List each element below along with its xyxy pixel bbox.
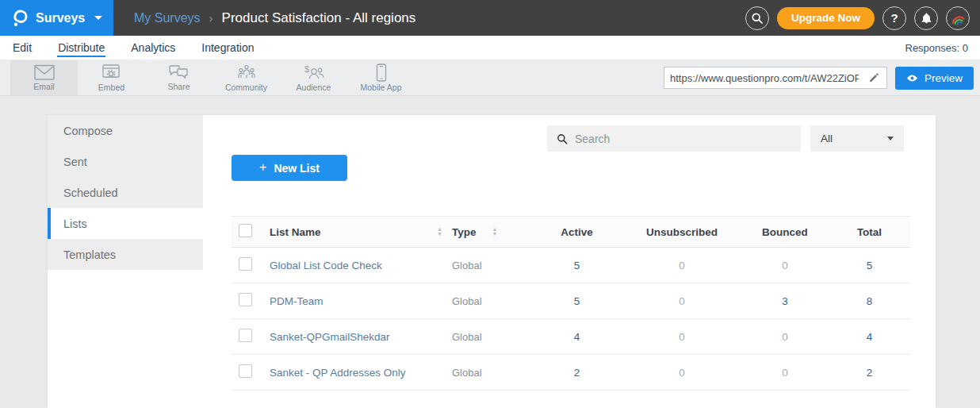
table-row: Sanket - QP Addresses Only Global 2 0 0 … (232, 355, 910, 391)
share-icon (169, 64, 189, 81)
toolbar-right-group: Preview (664, 60, 980, 95)
col-header-bounced: Bounced (741, 226, 829, 238)
sort-icon[interactable]: ▲▼ (437, 227, 442, 237)
filter-selected-value: All (821, 133, 833, 144)
sidebar-item-label: Scheduled (63, 187, 118, 199)
list-name-link[interactable]: Sanket - QP Addresses Only (270, 367, 406, 379)
list-name-link[interactable]: Sanket-QPGmailShekdar (270, 331, 390, 343)
sidebar-item-label: Compose (63, 125, 113, 137)
active-count[interactable]: 5 (531, 295, 622, 307)
toolbar-item-email[interactable]: Email (10, 60, 78, 95)
row-checkbox[interactable] (239, 257, 252, 271)
unsubscribed-count: 0 (622, 331, 741, 343)
toolbar-item-share[interactable]: Share (145, 60, 212, 95)
search-box (547, 125, 801, 152)
list-name-link[interactable]: PDM-Team (270, 295, 323, 307)
toolbar-item-label: Embed (98, 83, 124, 92)
total-count[interactable]: 8 (829, 295, 910, 307)
nav-tab[interactable]: Edit (12, 38, 33, 57)
nav-tab[interactable]: Distribute (57, 38, 105, 57)
embed-icon (102, 64, 121, 82)
sidebar-item-label: Sent (63, 156, 87, 168)
avatar-logo-icon (948, 9, 967, 28)
table-header-row: List Name ▲▼ Type ▲▼ Active Unsubscribed… (232, 216, 910, 248)
sidebar-item[interactable]: Scheduled (48, 177, 203, 208)
search-icon (557, 133, 568, 144)
sidebar-item-label: Templates (63, 248, 116, 261)
new-list-button[interactable]: + New List (232, 155, 347, 181)
nav-tab[interactable]: Analytics (130, 38, 176, 57)
select-all-checkbox[interactable] (239, 224, 252, 237)
breadcrumb-separator: › (209, 11, 213, 25)
unsubscribed-count: 0 (622, 260, 741, 271)
list-type-value: Global (452, 295, 482, 307)
nav-tab[interactable]: Integration (201, 38, 255, 57)
toolbar-item-mobile-app[interactable]: Mobile App (347, 60, 415, 95)
sidebar-item[interactable]: Compose (48, 115, 203, 146)
notifications-bell-button[interactable] (914, 6, 938, 30)
preview-button[interactable]: Preview (895, 67, 974, 90)
col-header-unsubscribed: Unsubscribed (622, 226, 741, 238)
plus-icon: + (259, 160, 266, 175)
col-header-total: Total (829, 226, 910, 238)
lists-main: All + New List List Name (203, 115, 936, 408)
survey-url-input[interactable] (664, 72, 864, 84)
mobile-app-icon (376, 64, 387, 82)
row-checkbox[interactable] (239, 293, 252, 306)
table-row: PDM-Team Global 5 0 3 8 (232, 283, 910, 319)
total-count[interactable]: 2 (829, 367, 910, 379)
bounced-count: 0 (741, 367, 829, 379)
col-header-type[interactable]: Type (452, 226, 477, 238)
list-name-link[interactable]: Global List Code Check (270, 260, 382, 271)
survey-url-field (664, 67, 887, 89)
row-checkbox[interactable] (239, 364, 252, 378)
total-count[interactable]: 5 (829, 260, 910, 271)
sidebar-item[interactable]: Lists (48, 208, 203, 239)
active-count[interactable]: 4 (531, 331, 622, 343)
eye-icon (906, 74, 918, 83)
questionpro-logo-icon (12, 9, 29, 27)
toolbar-item-community[interactable]: Community (212, 60, 280, 95)
col-header-list-name[interactable]: List Name (270, 226, 321, 238)
table-row: Sanket-QPGmailShekdar Global 4 0 0 4 (232, 319, 910, 355)
toolbar-item-embed[interactable]: Embed (78, 60, 145, 95)
header-actions: Upgrade Now ? (745, 6, 980, 30)
edit-url-pencil-icon[interactable] (864, 73, 883, 83)
sidebar-item-label: Lists (63, 217, 87, 230)
breadcrumb-my-surveys-link[interactable]: My Surveys (134, 11, 201, 25)
content-area: Compose Sent Scheduled Lists (0, 96, 980, 408)
email-lists-table: List Name ▲▼ Type ▲▼ Active Unsubscribed… (232, 216, 910, 391)
sidebar-item[interactable]: Templates (48, 239, 203, 270)
email-icon (34, 64, 55, 81)
total-count[interactable]: 4 (829, 331, 910, 343)
list-type-value: Global (452, 367, 482, 379)
surveys-product-menu[interactable]: Surveys (0, 0, 113, 36)
sidebar-item[interactable]: Sent (48, 146, 203, 177)
app-window: Surveys My Surveys › Product Satisfactio… (0, 0, 980, 408)
help-button[interactable]: ? (882, 6, 906, 30)
unsubscribed-count: 0 (622, 295, 741, 307)
email-lists-panel: Compose Sent Scheduled Lists (48, 115, 936, 408)
toolbar-item-label: Community (225, 83, 267, 92)
bounced-count[interactable]: 3 (741, 295, 829, 307)
active-count[interactable]: 2 (531, 367, 622, 379)
toolbar-item-audience[interactable]: $ Audience (280, 60, 347, 95)
bell-icon (921, 12, 932, 25)
question-mark-icon: ? (890, 11, 898, 25)
toolbar-item-label: Share (167, 82, 189, 91)
top-header: Surveys My Surveys › Product Satisfactio… (0, 0, 980, 36)
product-menu-label: Surveys (36, 11, 85, 25)
chevron-down-icon (887, 137, 894, 140)
upgrade-now-button[interactable]: Upgrade Now (777, 7, 875, 29)
table-row: Global List Code Check Global 5 0 0 5 (232, 248, 910, 283)
search-icon[interactable] (745, 6, 769, 30)
search-input[interactable] (575, 133, 791, 145)
avatar[interactable] (946, 6, 970, 30)
active-count[interactable]: 5 (531, 260, 622, 271)
list-type-filter-dropdown[interactable]: All (810, 125, 904, 152)
section-nav: Edit Distribute Analytics Integration Re… (0, 36, 980, 60)
sort-icon[interactable]: ▲▼ (492, 227, 498, 237)
svg-text:$: $ (304, 64, 309, 74)
toolbar-item-label: Audience (297, 83, 331, 92)
row-checkbox[interactable] (239, 329, 252, 342)
